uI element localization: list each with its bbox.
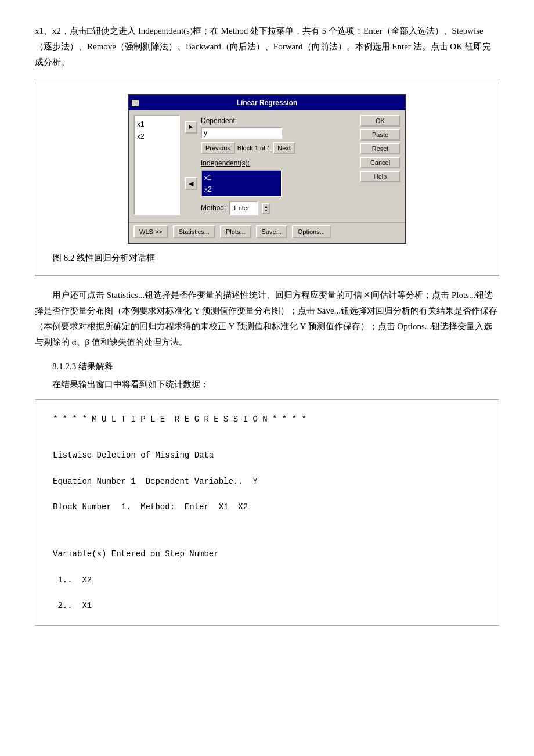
method-row: Method: Enter ▲ ▼ — [201, 201, 355, 215]
linear-regression-dialog: — Linear Regression x1 x2 ► Dependent: — [128, 94, 406, 244]
output-empty-3 — [53, 463, 481, 474]
dialog-titlebar: — Linear Regression — [129, 95, 405, 110]
indep-var-x1: x1 — [204, 172, 279, 183]
block-label: Block 1 of 1 — [237, 143, 270, 154]
dialog-title-icon: — — [131, 99, 139, 106]
save-button[interactable]: Save... — [256, 225, 287, 238]
paste-button[interactable]: Paste — [360, 129, 400, 141]
output-line-block: Block Number 1. Method: Enter X1 X2 — [53, 499, 481, 515]
reset-button[interactable]: Reset — [360, 143, 400, 154]
section-heading: 8.1.2.3 结果解释 — [52, 359, 499, 375]
dependent-row: ► Dependent: — [185, 115, 355, 139]
dialog-title: Linear Regression — [237, 97, 298, 109]
output-line-step2: 2.. X1 — [53, 598, 481, 614]
plots-button[interactable]: Plots... — [220, 225, 251, 238]
dependent-label: Dependent: — [201, 115, 282, 127]
intro-paragraph: x1、x2，点击□钮使之进入 Indepentdent(s)框；在 Method… — [35, 23, 499, 70]
output-box: * * * * M U L T I P L E R E G R E S S I … — [35, 399, 499, 626]
independent-row: Independent(s): ◀ x1 x2 — [185, 157, 355, 197]
section-subtext: 在结果输出窗口中将看到如下统计数据： — [52, 377, 499, 393]
help-button[interactable]: Help — [360, 171, 400, 182]
independent-arrow-row: ◀ x1 x2 — [185, 170, 355, 198]
output-empty-8 — [53, 562, 481, 573]
indep-var-x2: x2 — [204, 183, 279, 195]
output-empty-7 — [53, 536, 481, 546]
independent-arrow-btn[interactable]: ◀ — [185, 177, 197, 190]
dialog-caption: 图 8.2 线性回归分析对话框 — [53, 251, 481, 266]
output-empty-6 — [53, 525, 481, 536]
output-empty-9 — [53, 588, 481, 598]
wls-button[interactable]: WLS >> — [134, 225, 168, 238]
dependent-input[interactable] — [201, 127, 282, 139]
next-button[interactable]: Next — [273, 142, 295, 154]
section-paragraph: 用户还可点击 Statistics...钮选择是否作变量的描述性统计、回归方程应… — [35, 287, 499, 350]
method-arrows-btn[interactable]: ▲ ▼ — [262, 203, 270, 214]
output-line-equation: Equation Number 1 Dependent Variable.. Y — [53, 474, 481, 489]
independent-label: Independent(s): — [201, 157, 355, 169]
output-line-listwise: Listwise Deletion of Missing Data — [53, 448, 481, 463]
dialog-right-buttons: OK Paste Reset Cancel Help — [360, 115, 400, 215]
output-line-variable-entered: Variable(s) Entered on Step Number — [53, 546, 481, 562]
output-empty-2 — [53, 437, 481, 448]
block-row: Previous Block 1 of 1 Next — [201, 142, 355, 154]
dialog-body: x1 x2 ► Dependent: Previ — [129, 110, 405, 220]
previous-button[interactable]: Previous — [201, 142, 235, 154]
output-empty-1 — [53, 427, 481, 437]
independent-box: x1 x2 — [201, 170, 282, 198]
statistics-button[interactable]: Statistics... — [173, 225, 215, 238]
var-x2: x2 — [137, 131, 176, 142]
output-line-step1: 1.. X2 — [53, 573, 481, 588]
dialog-container: — Linear Regression x1 x2 ► Dependent: — [35, 82, 499, 276]
var-x1: x1 — [137, 118, 176, 130]
method-label: Method: — [201, 202, 226, 214]
cancel-button[interactable]: Cancel — [360, 157, 400, 168]
dependent-arrow-btn[interactable]: ► — [185, 121, 197, 134]
dependent-arrow-row: ► Dependent: — [185, 115, 355, 139]
variable-list: x1 x2 — [134, 115, 180, 215]
ok-button[interactable]: OK — [360, 115, 400, 127]
dialog-bottom-row: WLS >> Statistics... Plots... Save... Op… — [129, 222, 405, 243]
options-button[interactable]: Options... — [292, 225, 331, 238]
output-line-0: * * * * M U L T I P L E R E G R E S S I … — [53, 412, 481, 427]
output-empty-4 — [53, 489, 481, 499]
dialog-center-controls: ► Dependent: Previous Block 1 of 1 Next — [185, 115, 355, 215]
method-select[interactable]: Enter — [229, 201, 258, 215]
output-empty-5 — [53, 515, 481, 525]
